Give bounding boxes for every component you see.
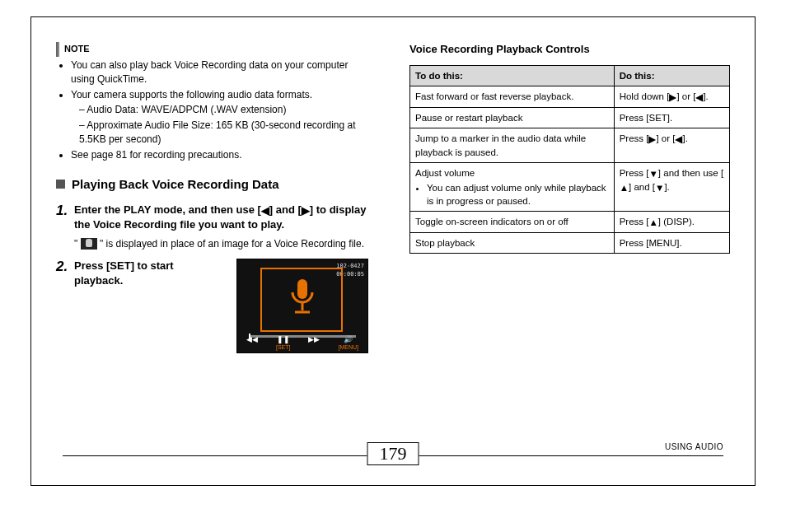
step-1: 1. Enter the PLAY mode, and then use [◀]… (56, 203, 368, 251)
note-item: You can also play back Voice Recording d… (71, 58, 368, 86)
table-row: Fast forward or fast reverse playback. H… (410, 86, 730, 108)
table-cell: Press [▶] or [◀]. (614, 128, 729, 162)
table-cell: Pause or restart playback (410, 108, 615, 128)
table-cell: Press [▼] and then use [▲] and [▼]. (614, 162, 729, 211)
manual-page: NOTE You can also play back Voice Record… (30, 16, 756, 486)
note-header: NOTE (56, 42, 368, 57)
step-number: 2. (56, 259, 74, 353)
footer-rule-right (419, 455, 723, 456)
table-cell: Press [SET]. (614, 108, 729, 128)
table-header: To do this: (410, 66, 615, 86)
right-arrow-icon: ▶ (302, 203, 310, 218)
left-column: NOTE You can also play back Voice Record… (31, 17, 393, 485)
table-row: Stop playback Press [MENU]. (410, 233, 730, 254)
section-square-icon (56, 180, 65, 189)
section-title: Playing Back Voice Recording Data (72, 175, 278, 193)
table-cell: Adjust volume You can adjust volume only… (410, 162, 615, 211)
page-footer: USING AUDIO 179 (31, 452, 755, 477)
table-row: Jump to a marker in the audio data while… (410, 128, 730, 162)
page-number: 179 (367, 442, 419, 465)
table-header-row: To do this: Do this: (410, 66, 730, 86)
mic-icon (81, 238, 97, 250)
lcd-mic-icon (288, 278, 317, 315)
table-cell: Stop playback (410, 233, 615, 254)
table-cell: Fast forward or fast reverse playback. (410, 86, 615, 108)
up-arrow-icon: ▲ (648, 216, 657, 229)
table-cell: Toggle on-screen indicators on or off (410, 211, 615, 232)
footer-rule-left (63, 455, 367, 456)
note-sublist: Audio Data: WAVE/ADPCM (.WAV extension) … (79, 103, 368, 146)
note-subitem: Approximate Audio File Size: 165 KB (30-… (79, 119, 368, 147)
controls-table: To do this: Do this: Fast forward or fas… (409, 65, 730, 254)
table-cell: Jump to a marker in the audio data while… (410, 128, 615, 162)
right-column: Voice Recording Playback Controls To do … (393, 17, 755, 485)
table-row: Toggle on-screen indicators on or off Pr… (410, 211, 730, 232)
table-row: Pause or restart playback Press [SET]. (410, 108, 730, 128)
step-2-title: Press [SET] to start playback. (74, 259, 220, 287)
step-number: 1. (56, 203, 74, 251)
left-arrow-icon: ◀ (261, 203, 269, 218)
table-cell: Hold down [▶] or [◀]. (614, 86, 729, 108)
note-item: See page 81 for recording precautions. (71, 148, 368, 162)
table-title: Voice Recording Playback Controls (409, 42, 730, 57)
table-row: Adjust volume You can adjust volume only… (410, 162, 730, 211)
section-header: Playing Back Voice Recording Data (56, 175, 368, 193)
note-item: Your camera supports the following audio… (71, 88, 368, 147)
note-subitem: Audio Data: WAVE/ADPCM (.WAV extension) (79, 103, 368, 117)
table-cell: Press [MENU]. (614, 233, 729, 254)
step-1-title: Enter the PLAY mode, and then use [◀] an… (74, 203, 368, 232)
lcd-screenshot: 102-0427 00:00:05 ◀◀ (236, 259, 368, 353)
step-1-sub: " " is displayed in place of an image fo… (74, 237, 368, 251)
table-cell: Press [▲] (DISP). (614, 211, 729, 232)
note-bar-icon (56, 42, 59, 57)
step-2: 2. Press [SET] to start playback. 102-04… (56, 259, 368, 353)
note-list: You can also play back Voice Recording d… (71, 58, 368, 162)
down-arrow-icon: ▼ (655, 181, 664, 194)
note-label: NOTE (64, 43, 90, 55)
footer-section-label: USING AUDIO (665, 442, 723, 451)
up-arrow-icon: ▲ (620, 181, 629, 194)
svg-rect-0 (297, 279, 307, 299)
lcd-buttons: ◀◀ ❚❚[SET] ▶▶ 🔊[MENU] (237, 336, 367, 352)
table-header: Do this: (614, 66, 729, 86)
down-arrow-icon: ▼ (648, 167, 657, 180)
